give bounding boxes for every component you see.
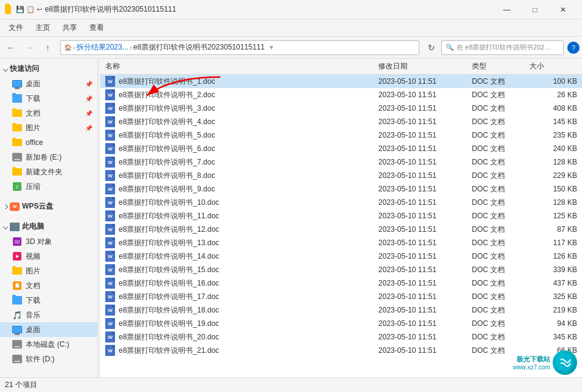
- quick-access-icons: 💾 📋 ↩: [16, 6, 42, 13]
- sidebar-item-desktop-pc[interactable]: 桌面: [0, 322, 97, 337]
- table-row[interactable]: W e8票据打印软件说明书_5.doc 2023-05-10 11:51 DOC…: [100, 128, 582, 142]
- sidebar-item-local-c[interactable]: 本地磁盘 (C:): [0, 337, 97, 352]
- quick-access-label: 快速访问: [10, 64, 39, 74]
- table-row[interactable]: W e8票据打印软件说明书_18.doc 2023-05-10 11:51 DO…: [100, 303, 582, 317]
- table-row[interactable]: W e8票据打印软件说明书_19.doc 2023-05-10 11:51 DO…: [100, 317, 582, 330]
- sidebar-item-video[interactable]: ▶ 视频: [0, 249, 97, 264]
- table-row[interactable]: W e8票据打印软件说明书_7.doc 2023-05-10 11:51 DOC…: [100, 155, 582, 169]
- breadcrumb-item-2: e8票据打印软件说明书20230510115111: [133, 42, 265, 53]
- doc-file-icon: W: [105, 197, 115, 208]
- table-row[interactable]: W e8票据打印软件说明书_10.doc 2023-05-10 11:51 DO…: [100, 196, 582, 209]
- file-name: e8票据打印软件说明书_12.doc: [119, 224, 219, 235]
- file-name: e8票据打印软件说明书_2.doc: [119, 90, 215, 100]
- desktop-icon: [12, 80, 22, 88]
- col-header-size[interactable]: 大小: [524, 59, 582, 75]
- file-name: e8票据打印软件说明书_19.doc: [119, 319, 219, 329]
- table-row[interactable]: W e8票据打印软件说明书_13.doc 2023-05-10 11:51 DO…: [100, 236, 582, 250]
- menu-view[interactable]: 查看: [83, 20, 110, 35]
- breadcrumb-item-1[interactable]: 拆分结果2023...: [76, 42, 129, 53]
- table-row[interactable]: W e8票据打印软件说明书_9.doc 2023-05-10 11:51 DOC…: [100, 182, 582, 196]
- sidebar-item-download-pc[interactable]: 下载: [0, 293, 97, 308]
- sidebar-item-label: 3D 对象: [26, 237, 52, 247]
- sidebar-item-label: 新加卷 (E:): [26, 152, 62, 163]
- file-name: e8票据打印软件说明书_17.doc: [119, 292, 219, 302]
- music-icon: 🎵: [12, 311, 22, 319]
- table-row[interactable]: W e8票据打印软件说明书_12.doc 2023-05-10 11:51 DO…: [100, 223, 582, 236]
- sidebar-item-3d[interactable]: 3D 3D 对象: [0, 234, 97, 249]
- help-button[interactable]: ?: [567, 42, 580, 54]
- quick-access-header[interactable]: 快速访问: [0, 61, 97, 76]
- table-row[interactable]: W e8票据打印软件说明书_11.doc 2023-05-10 11:51 DO…: [100, 209, 582, 223]
- sidebar-item-pics-quick[interactable]: 图片 📌: [0, 120, 97, 135]
- table-row[interactable]: W e8票据打印软件说明书_16.doc 2023-05-10 11:51 DO…: [100, 276, 582, 290]
- table-row[interactable]: W e8票据打印软件说明书_2.doc 2023-05-10 11:51 DOC…: [100, 88, 582, 102]
- minimize-button[interactable]: —: [493, 0, 521, 20]
- file-size: 94 KB: [524, 317, 582, 330]
- file-type: DOC 文档: [467, 102, 524, 115]
- forward-button[interactable]: →: [21, 39, 38, 56]
- table-row[interactable]: W e8票据打印软件说明书_1.doc 2023-05-10 11:51 DOC…: [100, 75, 582, 89]
- table-row[interactable]: W e8票据打印软件说明书_14.doc 2023-05-10 11:51 DO…: [100, 250, 582, 263]
- maximize-button[interactable]: □: [521, 0, 549, 20]
- window-icon: [5, 5, 15, 15]
- table-row[interactable]: W e8票据打印软件说明书_4.doc 2023-05-10 11:51 DOC…: [100, 115, 582, 128]
- close-button[interactable]: ✕: [549, 0, 577, 20]
- table-row[interactable]: W e8票据打印软件说明书_15.doc 2023-05-10 11:51 DO…: [100, 263, 582, 276]
- file-name: e8票据打印软件说明书_16.doc: [119, 278, 219, 289]
- file-type: DOC 文档: [467, 209, 524, 223]
- sidebar-item-edrive[interactable]: 新加卷 (E:): [0, 150, 97, 165]
- search-bar[interactable]: 🔍 在 e8票据打印软件说明书20230510115111 中搜索: [441, 40, 564, 55]
- file-date: 2023-05-10 11:51: [373, 290, 467, 303]
- this-pc-header[interactable]: 此电脑: [0, 219, 97, 234]
- file-date: 2023-05-10 11:51: [373, 250, 467, 263]
- table-row[interactable]: W e8票据打印软件说明书_21.doc 2023-05-10 11:51 DO…: [100, 344, 582, 357]
- breadcrumb-bar[interactable]: 🏠 › 拆分结果2023... › e8票据打印软件说明书20230510115…: [60, 40, 419, 55]
- sidebar-item-docs-quick[interactable]: 文档 📌: [0, 106, 97, 120]
- sidebar-item-label: 图片: [26, 266, 40, 276]
- table-row[interactable]: W e8票据打印软件说明书_6.doc 2023-05-10 11:51 DOC…: [100, 142, 582, 155]
- file-size: 100 KB: [524, 75, 582, 89]
- sidebar-item-music[interactable]: 🎵 音乐: [0, 308, 97, 322]
- file-size: 128 KB: [524, 155, 582, 169]
- file-name: e8票据打印软件说明书_13.doc: [119, 238, 219, 248]
- sidebar-item-label: 下载: [26, 295, 40, 306]
- sidebar-item-newfolder[interactable]: 新建文件夹: [0, 165, 97, 179]
- col-header-type[interactable]: 类型: [467, 59, 524, 75]
- wps-cloud-header[interactable]: W WPS云盘: [0, 199, 97, 214]
- docs-pc-icon: 📄: [12, 281, 22, 290]
- sidebar-item-label: office: [26, 138, 43, 147]
- file-size: 235 KB: [524, 128, 582, 142]
- file-name: e8票据打印软件说明书_14.doc: [119, 251, 219, 262]
- menu-share[interactable]: 共享: [56, 20, 83, 35]
- file-size: 145 KB: [524, 115, 582, 128]
- menu-file[interactable]: 文件: [2, 20, 29, 35]
- sidebar-item-office[interactable]: office: [0, 135, 97, 150]
- file-date: 2023-05-10 11:51: [373, 330, 467, 344]
- sidebar-item-software-d[interactable]: 软件 (D:): [0, 352, 97, 366]
- file-type: DOC 文档: [467, 290, 524, 303]
- refresh-button[interactable]: ↻: [423, 39, 440, 56]
- docs-folder-icon: [12, 109, 22, 117]
- file-size: 339 KB: [524, 263, 582, 276]
- this-pc-section: 此电脑 3D 3D 对象 ▶ 视频 图片: [0, 216, 97, 369]
- table-row[interactable]: W e8票据打印软件说明书_20.doc 2023-05-10 11:51 DO…: [100, 330, 582, 344]
- sidebar-item-pics-pc[interactable]: 图片: [0, 264, 97, 278]
- up-button[interactable]: ↑: [39, 39, 56, 56]
- file-date: 2023-05-10 11:51: [373, 344, 467, 357]
- back-button[interactable]: ←: [2, 39, 20, 56]
- sidebar-item-docs-pc[interactable]: 📄 文档: [0, 278, 97, 293]
- file-date: 2023-05-10 11:51: [373, 317, 467, 330]
- file-type: DOC 文档: [467, 276, 524, 290]
- menu-home[interactable]: 主页: [29, 20, 56, 35]
- col-header-date[interactable]: 修改日期: [373, 59, 467, 75]
- pin-icon: 📌: [85, 125, 92, 131]
- sidebar-item-compress[interactable]: Z 压缩: [0, 179, 97, 194]
- file-size: 219 KB: [524, 303, 582, 317]
- sidebar-item-download-quick[interactable]: 下载 📌: [0, 91, 97, 106]
- table-row[interactable]: W e8票据打印软件说明书_17.doc 2023-05-10 11:51 DO…: [100, 290, 582, 303]
- file-name: e8票据打印软件说明书_6.doc: [119, 144, 215, 154]
- sidebar-item-desktop-quick[interactable]: 桌面 📌: [0, 76, 97, 91]
- table-row[interactable]: W e8票据打印软件说明书_3.doc 2023-05-10 11:51 DOC…: [100, 102, 582, 115]
- col-header-name[interactable]: 名称: [100, 59, 373, 75]
- table-row[interactable]: W e8票据打印软件说明书_8.doc 2023-05-10 11:51 DOC…: [100, 169, 582, 182]
